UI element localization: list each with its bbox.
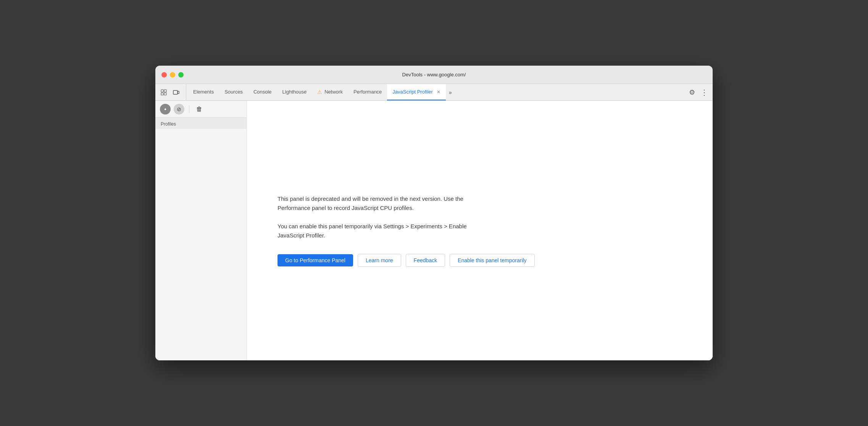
deprecation-message: This panel is deprecated and will be rem… <box>278 194 564 213</box>
settings-icon[interactable]: ⚙ <box>687 87 697 98</box>
enable-temporarily-button[interactable]: Enable this panel temporarily <box>450 254 535 267</box>
delete-button[interactable]: 🗑 <box>194 104 205 115</box>
tabs-container: Elements Sources Console Lighthouse ⚠ Ne… <box>188 84 687 100</box>
feedback-button[interactable]: Feedback <box>406 254 445 267</box>
tab-network[interactable]: ⚠ Network <box>312 84 348 100</box>
main-content: ● ⊘ 🗑 Profiles This panel is deprecated … <box>155 101 713 360</box>
minimize-button[interactable] <box>170 72 175 77</box>
devtools-toolbar-icons <box>158 84 186 100</box>
tab-elements[interactable]: Elements <box>188 84 219 100</box>
tab-console[interactable]: Console <box>248 84 277 100</box>
warning-icon: ⚠ <box>317 89 322 95</box>
go-to-performance-button[interactable]: Go to Performance Panel <box>278 254 353 266</box>
sidebar: ● ⊘ 🗑 Profiles <box>155 101 247 360</box>
more-options-icon[interactable]: ⋮ <box>699 87 710 98</box>
traffic-lights <box>161 72 184 77</box>
device-toggle-icon[interactable] <box>171 87 181 98</box>
close-tab-icon[interactable]: ✕ <box>437 90 440 94</box>
sidebar-toolbar: ● ⊘ 🗑 <box>155 101 247 118</box>
window-title: DevTools - www.google.com/ <box>402 72 466 77</box>
stop-button[interactable]: ⊘ <box>174 104 184 115</box>
action-buttons: Go to Performance Panel Learn more Feedb… <box>278 254 682 267</box>
settings-message: You can enable this panel temporarily vi… <box>278 222 564 240</box>
svg-rect-2 <box>161 93 163 95</box>
sidebar-divider <box>189 105 189 113</box>
title-bar: DevTools - www.google.com/ <box>155 66 713 84</box>
learn-more-button[interactable]: Learn more <box>358 254 401 267</box>
tab-bar: Elements Sources Console Lighthouse ⚠ Ne… <box>155 84 713 101</box>
tab-javascript-profiler[interactable]: JavaScript Profiler ✕ <box>387 84 445 100</box>
profiles-section-header: Profiles <box>155 118 247 129</box>
tab-performance[interactable]: Performance <box>348 84 387 100</box>
more-tabs-icon[interactable]: » <box>446 84 455 100</box>
maximize-button[interactable] <box>178 72 184 77</box>
cursor-icon[interactable] <box>158 87 169 98</box>
svg-rect-4 <box>173 90 177 94</box>
svg-rect-1 <box>164 90 166 92</box>
record-button[interactable]: ● <box>160 104 171 115</box>
tab-sources[interactable]: Sources <box>219 84 248 100</box>
svg-rect-0 <box>161 90 163 92</box>
tab-lighthouse[interactable]: Lighthouse <box>277 84 312 100</box>
svg-rect-5 <box>177 91 179 94</box>
content-panel: This panel is deprecated and will be rem… <box>247 101 713 360</box>
devtools-window: DevTools - www.google.com/ El <box>155 66 713 360</box>
tab-bar-right: ⚙ ⋮ <box>687 84 710 100</box>
close-button[interactable] <box>161 72 167 77</box>
svg-rect-3 <box>164 93 166 95</box>
